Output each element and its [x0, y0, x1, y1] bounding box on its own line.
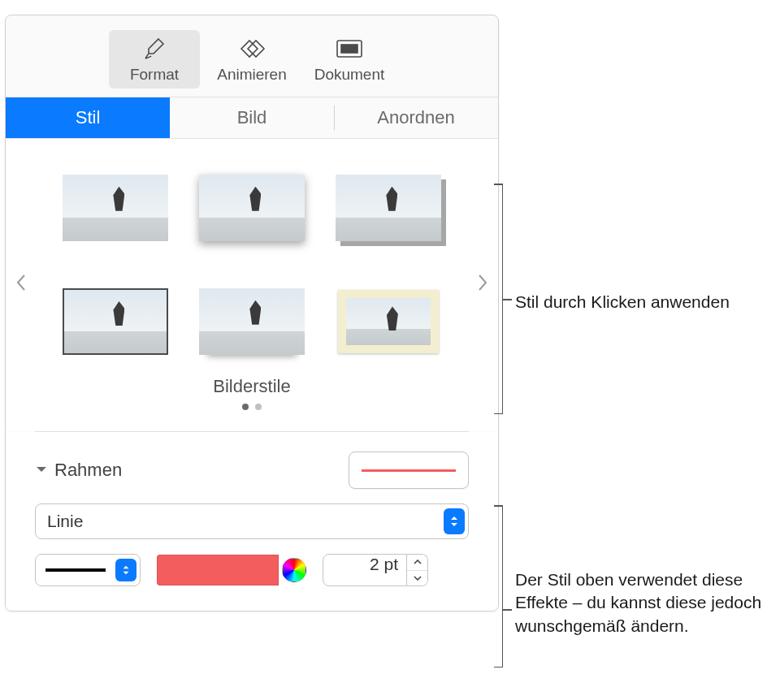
- border-controls-row: 2 pt: [35, 554, 469, 586]
- styles-next-button[interactable]: [469, 266, 496, 305]
- styles-grid: [22, 163, 482, 366]
- format-inspector-panel: Format Animieren Dokument Stil Bild: [5, 15, 499, 611]
- styles-dot-2[interactable]: [255, 404, 262, 410]
- styles-label: Bilderstile: [22, 366, 482, 397]
- brush-icon: [142, 37, 167, 61]
- tab-document-label: Dokument: [314, 66, 385, 84]
- sub-tab-image[interactable]: Bild: [170, 97, 334, 138]
- callout-effects: Der Stil oben verwendet diese Effekte – …: [515, 568, 775, 637]
- border-title: Rahmen: [54, 460, 122, 481]
- svg-rect-1: [341, 45, 358, 53]
- style-thumb-4[interactable]: [56, 283, 175, 360]
- line-style-sample: [46, 568, 106, 572]
- style-thumb-1[interactable]: [56, 170, 175, 246]
- document-icon: [336, 37, 363, 61]
- border-section: Rahmen Linie: [6, 432, 498, 611]
- border-preview-button[interactable]: [349, 452, 469, 489]
- line-style-select[interactable]: [35, 554, 141, 586]
- border-section-header[interactable]: Rahmen: [35, 460, 122, 481]
- style-thumb-6[interactable]: [329, 283, 448, 360]
- callout-bracket-2: [502, 505, 503, 668]
- border-width-step-up[interactable]: [407, 555, 427, 571]
- tab-animate-label: Animieren: [217, 66, 287, 84]
- border-color-swatch[interactable]: [157, 555, 279, 585]
- tab-format[interactable]: Format: [109, 30, 200, 89]
- image-styles-area: Bilderstile: [6, 139, 498, 431]
- animate-icon: [238, 37, 266, 61]
- border-type-select[interactable]: Linie: [35, 503, 469, 539]
- color-wheel-button[interactable]: [282, 558, 306, 582]
- callout-apply-style: Stil durch Klicken anwenden: [515, 291, 759, 313]
- styles-dot-1[interactable]: [242, 404, 249, 410]
- border-preview-line: [362, 469, 456, 472]
- sub-tab-style[interactable]: Stil: [6, 97, 170, 138]
- callout-bracket-1: [502, 184, 503, 414]
- sub-tab-bar: Stil Bild Anordnen: [6, 97, 498, 139]
- style-thumb-2[interactable]: [193, 170, 311, 246]
- border-width-input[interactable]: 2 pt: [323, 554, 407, 586]
- style-thumb-5[interactable]: [193, 283, 311, 360]
- border-width-step-down[interactable]: [407, 571, 427, 586]
- tab-animate[interactable]: Animieren: [206, 30, 297, 89]
- chevron-down-icon: [35, 464, 48, 477]
- popup-indicator-icon: [115, 559, 136, 581]
- tab-format-label: Format: [130, 66, 179, 84]
- popup-indicator-icon: [444, 508, 465, 534]
- styles-page-dots: [22, 397, 482, 423]
- sub-tab-arrange[interactable]: Anordnen: [334, 97, 498, 138]
- style-thumb-3[interactable]: [329, 170, 448, 246]
- styles-prev-button[interactable]: [7, 266, 35, 305]
- border-width-field: 2 pt: [323, 554, 428, 586]
- border-type-value: Linie: [47, 512, 83, 531]
- border-color-control: [157, 555, 306, 585]
- tab-document[interactable]: Dokument: [304, 30, 395, 89]
- inspector-tab-bar: Format Animieren Dokument: [6, 15, 498, 97]
